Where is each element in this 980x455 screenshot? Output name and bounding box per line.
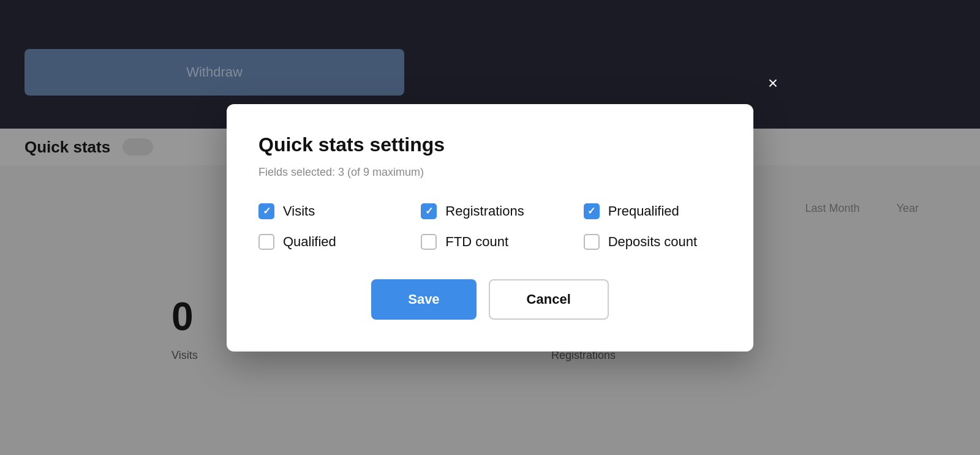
checkbox-visits[interactable]: ✓: [258, 203, 274, 219]
save-button[interactable]: Save: [371, 279, 476, 320]
field-item-deposits-count[interactable]: Deposits count: [584, 234, 722, 250]
field-item-visits[interactable]: ✓ Visits: [258, 203, 396, 219]
field-label-qualified: Qualified: [283, 234, 336, 250]
checkbox-deposits-count[interactable]: [584, 234, 600, 250]
field-item-qualified[interactable]: Qualified: [258, 234, 396, 250]
field-label-prequalified: Prequalified: [608, 203, 679, 219]
modal-subtitle: Fields selected: 3 (of 9 maximum): [258, 166, 722, 179]
fields-grid: ✓ Visits ✓ Registrations ✓ Prequalified …: [258, 203, 722, 250]
checkbox-registrations[interactable]: ✓: [421, 203, 437, 219]
field-label-ftd-count: FTD count: [445, 234, 508, 250]
modal-actions: Save Cancel: [258, 279, 722, 320]
modal-wrapper: × Quick stats settings Fields selected: …: [0, 0, 980, 455]
checkmark-registrations: ✓: [425, 206, 433, 216]
checkmark-visits: ✓: [263, 206, 271, 216]
field-label-deposits-count: Deposits count: [608, 234, 698, 250]
field-label-visits: Visits: [283, 203, 315, 219]
modal-title: Quick stats settings: [258, 133, 722, 156]
checkbox-prequalified[interactable]: ✓: [584, 203, 600, 219]
field-item-ftd-count[interactable]: FTD count: [421, 234, 559, 250]
quick-stats-settings-modal: × Quick stats settings Fields selected: …: [227, 104, 753, 352]
cancel-button[interactable]: Cancel: [489, 279, 609, 320]
field-label-registrations: Registrations: [445, 203, 524, 219]
checkbox-ftd-count[interactable]: [421, 234, 437, 250]
checkmark-prequalified: ✓: [587, 206, 595, 216]
close-button[interactable]: ×: [768, 75, 778, 92]
checkbox-qualified[interactable]: [258, 234, 274, 250]
field-item-registrations[interactable]: ✓ Registrations: [421, 203, 559, 219]
field-item-prequalified[interactable]: ✓ Prequalified: [584, 203, 722, 219]
